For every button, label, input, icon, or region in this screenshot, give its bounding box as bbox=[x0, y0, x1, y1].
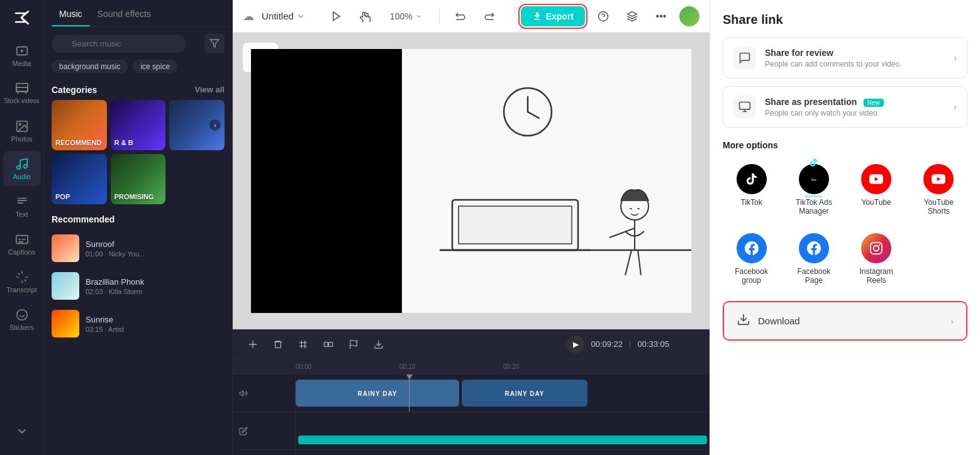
undo-button[interactable] bbox=[450, 6, 471, 27]
share-review-desc: People can add comments to your video. bbox=[765, 60, 945, 69]
sidebar-item-text[interactable]: Text bbox=[3, 189, 41, 224]
platform-tiktok[interactable]: TikTok bbox=[723, 158, 780, 222]
panel-tabs: Music Sound effects bbox=[44, 0, 232, 27]
redo-button[interactable] bbox=[479, 6, 500, 27]
share-presentation-desc: People can only watch your video. bbox=[765, 109, 945, 118]
play-button[interactable]: ▶ bbox=[567, 336, 584, 353]
video-track-row: RAINY DAY RAINY DAY bbox=[296, 375, 710, 412]
hand-tool-btn[interactable] bbox=[355, 6, 376, 27]
share-presentation-content: Share as presentation New People can onl… bbox=[765, 96, 945, 118]
audio-clip[interactable] bbox=[298, 436, 707, 444]
category-rnb[interactable]: R & B bbox=[111, 100, 166, 150]
music-panel: Music Sound effects 🔍 background music i… bbox=[44, 0, 233, 455]
recommended-header: Recommended bbox=[44, 211, 232, 229]
project-name[interactable]: Untitled bbox=[262, 11, 305, 21]
export-button[interactable]: Export bbox=[521, 6, 585, 26]
video-sketch bbox=[402, 49, 691, 313]
platform-youtube[interactable]: YouTube bbox=[848, 158, 905, 222]
group-tool-btn[interactable] bbox=[318, 334, 338, 354]
video-clip-1[interactable]: RAINY DAY bbox=[296, 380, 459, 407]
search-input[interactable] bbox=[52, 35, 186, 53]
category-label-rnb: R & B bbox=[114, 139, 133, 146]
category-scroll-arrow[interactable]: › bbox=[209, 119, 221, 131]
instagram-icon bbox=[861, 233, 891, 263]
music-item-sunrise[interactable]: Sunrise 03:15 · Artist bbox=[44, 305, 232, 343]
tab-sound-effects[interactable]: Sound effects bbox=[90, 0, 159, 26]
flag-tool-btn[interactable] bbox=[343, 334, 364, 354]
cursor-head bbox=[406, 375, 413, 380]
toolbar-divider bbox=[439, 9, 440, 24]
share-review-card[interactable]: Share for review People can add comments… bbox=[723, 37, 967, 79]
download-clip-btn[interactable] bbox=[369, 334, 389, 354]
track-control-edit bbox=[233, 412, 295, 450]
music-title-phonk: Brazillian Phonk bbox=[86, 277, 225, 287]
svg-point-6 bbox=[23, 164, 27, 168]
tab-music[interactable]: Music bbox=[52, 0, 90, 26]
sidebar-item-expand[interactable] bbox=[3, 414, 41, 449]
category-recommend[interactable]: RECOMMEND bbox=[52, 100, 107, 150]
svg-rect-16 bbox=[459, 206, 572, 244]
left-sidebar: Media Stock videos Photos Audio Text Cap… bbox=[0, 0, 44, 455]
platform-label-youtube: YouTube bbox=[862, 198, 891, 207]
platform-tiktok-ads[interactable]: for Business TikTok Ads Manager bbox=[785, 158, 842, 222]
play-toolbar-btn[interactable] bbox=[326, 6, 347, 27]
trim-tool-btn[interactable] bbox=[293, 334, 313, 354]
music-item-sunroof[interactable]: Sunroof 01:00 · Nicky You... bbox=[44, 229, 232, 267]
sidebar-item-stickers[interactable]: Stickers bbox=[3, 302, 41, 337]
delete-tool-btn[interactable] bbox=[268, 334, 288, 354]
sidebar-item-transcript[interactable]: Transcript bbox=[3, 264, 41, 299]
track-control-volume bbox=[233, 375, 295, 412]
share-presentation-card[interactable]: Share as presentation New People can onl… bbox=[723, 86, 967, 128]
sidebar-item-photos[interactable]: Photos bbox=[3, 113, 41, 148]
sidebar-item-audio[interactable]: Audio bbox=[3, 151, 41, 186]
category-promising[interactable]: PROMISING bbox=[111, 154, 166, 204]
tag-background-music[interactable]: background music bbox=[52, 60, 128, 74]
music-meta-sunrise: 03:15 · Artist bbox=[86, 326, 225, 333]
app-logo[interactable] bbox=[11, 6, 33, 29]
filter-button[interactable] bbox=[204, 33, 225, 53]
tag-ice-spice[interactable]: ice spice bbox=[133, 60, 177, 74]
sidebar-item-media[interactable]: Media bbox=[3, 38, 41, 73]
platform-fb-page[interactable]: Facebook Page bbox=[785, 227, 842, 291]
platform-label-fb-group: Facebook group bbox=[727, 267, 776, 285]
help-button[interactable] bbox=[593, 6, 614, 27]
music-list: Sunroof 01:00 · Nicky You... Brazillian … bbox=[44, 229, 232, 455]
platform-fb-group[interactable]: Facebook group bbox=[723, 227, 780, 291]
platform-youtube-shorts[interactable]: YouTube Shorts bbox=[910, 158, 967, 222]
svg-rect-32 bbox=[740, 102, 750, 110]
sidebar-item-stock-videos[interactable]: Stock videos bbox=[3, 75, 41, 111]
share-presentation-badge: New bbox=[864, 99, 884, 107]
music-meta-phonk: 02:03 · Killa Storm bbox=[86, 288, 225, 295]
timeline-tracks: RAINY DAY RAINY DAY bbox=[233, 375, 710, 455]
thumb-phonk bbox=[52, 272, 79, 300]
platform-instagram[interactable]: Instagram Reels bbox=[848, 227, 905, 291]
download-button[interactable]: Download › bbox=[724, 302, 966, 339]
category-grid: RECOMMEND R & B › POP PROMISING bbox=[44, 100, 232, 211]
right-panel: Share link Share for review People can a… bbox=[710, 0, 980, 455]
current-time: 00:09:22 bbox=[591, 339, 623, 349]
avatar[interactable] bbox=[679, 6, 699, 26]
view-all-button[interactable]: View all bbox=[195, 85, 225, 95]
canvas-area: Ratio bbox=[233, 33, 710, 329]
video-clip-2[interactable]: RAINY DAY bbox=[462, 380, 587, 407]
layers-button[interactable] bbox=[621, 6, 643, 27]
more-options-title: More options bbox=[723, 140, 967, 150]
sidebar-item-captions[interactable]: Captions bbox=[3, 226, 41, 261]
music-item-phonk[interactable]: Brazillian Phonk 02:03 · Killa Storm bbox=[44, 267, 232, 305]
category-more[interactable]: › bbox=[169, 100, 225, 150]
platform-label-fb-page: Facebook Page bbox=[789, 267, 838, 285]
timeline-area: ▶ 00:09:22 | 00:33:05 00:00 00:10 00:20 bbox=[233, 329, 710, 455]
zoom-selector[interactable]: 100% bbox=[384, 9, 429, 24]
share-presentation-chevron: › bbox=[954, 102, 957, 112]
share-review-chevron: › bbox=[954, 53, 957, 63]
music-info-sunroof: Sunroof 01:00 · Nicky You... bbox=[86, 239, 225, 258]
svg-line-22 bbox=[638, 250, 641, 275]
panel-search-area: 🔍 bbox=[44, 27, 232, 60]
svg-point-5 bbox=[16, 165, 20, 169]
share-review-content: Share for review People can add comments… bbox=[765, 47, 945, 69]
more-options-button[interactable]: ••• bbox=[650, 6, 672, 27]
split-tool-btn[interactable] bbox=[243, 334, 263, 354]
tiktok-ads-icon: for Business bbox=[799, 164, 829, 194]
fb-group-icon bbox=[737, 233, 767, 263]
category-pop[interactable]: POP bbox=[52, 154, 107, 204]
